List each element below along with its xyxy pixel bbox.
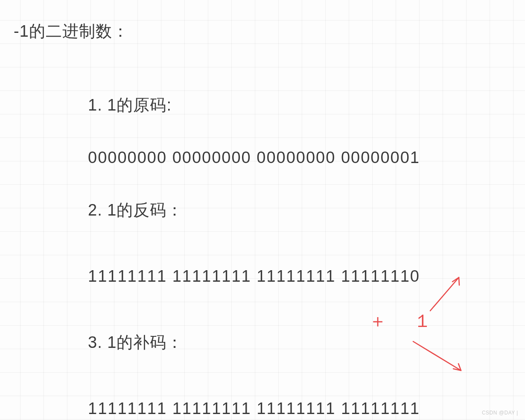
watermark: CSDN @DAY | <box>482 410 518 416</box>
document-content: -1的二进制数： 1. 1的原码: 00000000 00000000 0000… <box>0 0 525 418</box>
document-title: -1的二进制数： <box>14 20 525 42</box>
section-3-heading: 3. 1的补码： <box>88 332 525 353</box>
section-3-binary: 11111111 11111111 11111111 11111111 <box>88 400 525 418</box>
section-1-binary: 00000000 00000000 00000000 00000001 <box>88 149 525 167</box>
section-2-binary: 11111111 11111111 11111111 11111110 <box>88 267 525 286</box>
section-2-heading: 2. 1的反码： <box>88 199 525 221</box>
section-1-heading: 1. 1的原码: <box>88 94 525 116</box>
